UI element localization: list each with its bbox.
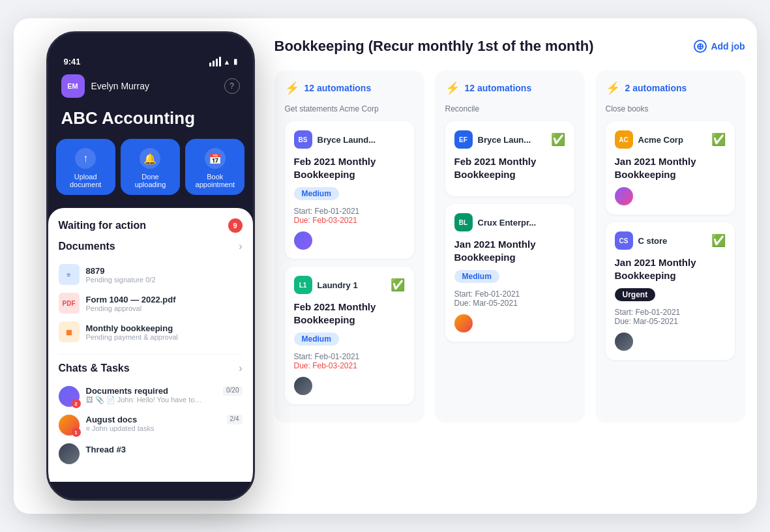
job-badge-1: Medium — [294, 187, 339, 200]
job-badge-6: Urgent — [615, 288, 656, 301]
add-job-icon: ⊕ — [694, 40, 707, 53]
automation-icon-2: ⚡ — [445, 81, 460, 95]
job-card-5: AC Acme Corp ✅ Jan 2021 Monthly Bookkeep… — [606, 121, 735, 214]
chat-count-1: 0/20 — [223, 386, 242, 396]
job-card-4: BL Crux Enterpr... Jan 2021 Monthly Book… — [445, 204, 574, 342]
chats-chevron-icon: › — [239, 362, 242, 374]
client-name-1: Bryce Laund... — [318, 135, 405, 145]
waiting-title: Waiting for action — [59, 220, 147, 231]
column-2: ⚡ 12 automations Reconcile EF Bryce Laun… — [435, 70, 585, 422]
job-card-2: L1 Laundry 1 ✅ Feb 2021 Monthly Bookkeep… — [285, 267, 414, 404]
check-icon-5: ✅ — [711, 132, 726, 147]
book-appointment-button[interactable]: 📅 Bookappointment — [185, 139, 244, 195]
battery-icon: ▮ — [233, 57, 237, 66]
done-uploading-button[interactable]: 🔔 Doneuploading — [121, 139, 180, 195]
assignee-row-5 — [615, 187, 726, 205]
doc-name-1: 8879 — [86, 266, 156, 276]
job-start-2: Start: Feb-01-2021 — [294, 352, 405, 361]
assignee-row-2 — [294, 377, 405, 395]
help-button[interactable]: ? — [224, 78, 240, 94]
job-due-2: Due: Feb-03-2021 — [294, 361, 405, 370]
job-badge-2: Medium — [294, 332, 339, 346]
assignee-row-4 — [454, 314, 565, 332]
chat-avatar-1: 2 — [59, 386, 80, 407]
chats-title: Chats & Tasks — [59, 362, 130, 374]
client-row-2: L1 Laundry 1 ✅ — [294, 276, 405, 294]
client-avatar-1: BS — [294, 130, 312, 149]
chat-badge-2: 1 — [72, 428, 81, 437]
automation-icon-1: ⚡ — [285, 81, 299, 95]
chat-badge-1: 2 — [72, 399, 81, 408]
right-section: Bookkeeping (Recur monthly 1st of the mo… — [274, 38, 745, 488]
doc-info-3: Monthly bookkeeping Pending payment & ap… — [86, 323, 178, 341]
chat-title-3: Thread #3 — [86, 445, 126, 454]
col1-automation-count: 12 automations — [304, 83, 372, 93]
assignee-avatar-1 — [294, 231, 312, 250]
documents-section-header[interactable]: Documents › — [59, 241, 243, 252]
chat-item-3[interactable]: Thread #3 — [59, 439, 243, 468]
job-title-5: Jan 2021 Monthly Bookkeeping — [615, 155, 726, 181]
col2-header: ⚡ 12 automations — [445, 81, 574, 95]
section-divider — [59, 354, 243, 355]
client-row-5: AC Acme Corp ✅ — [615, 130, 726, 149]
check-icon-2: ✅ — [391, 278, 405, 292]
job-card-6: CS C store ✅ Jan 2021 Monthly Bookkeepin… — [606, 222, 735, 360]
book-label: Bookappointment — [196, 173, 235, 188]
doc-info-2: Form 1040 — 2022.pdf Pending approval — [86, 295, 176, 312]
doc-item-8879[interactable]: ≡ 8879 Pending signature 0/2 — [59, 260, 243, 289]
kanban-columns: ⚡ 12 automations Get statements Acme Cor… — [274, 70, 745, 422]
chat-title-1: Documents required — [86, 386, 168, 396]
job-start-4: Start: Feb-01-2021 — [454, 289, 565, 299]
job-badge-4: Medium — [454, 270, 499, 283]
status-icons: ▲ ▮ — [209, 57, 237, 66]
wifi-icon: ▲ — [224, 58, 231, 66]
assignee-row-1 — [294, 231, 405, 250]
doc-sub-2: Pending approval — [86, 304, 176, 312]
documents-title: Documents — [59, 241, 115, 252]
upload-document-button[interactable]: ↑ Uploaddocument — [56, 139, 115, 195]
col1-header: ⚡ 12 automations — [285, 81, 414, 95]
phone-content-area: Waiting for action 9 Documents › ≡ 8879 … — [48, 208, 253, 482]
chat-info-2: August docs 2/4 ≡ John updated tasks — [86, 415, 243, 432]
client-name-6: C store — [638, 236, 711, 246]
phone-device: 9:41 ▲ ▮ EM Evelyn Murray ? ABC Acc — [46, 31, 255, 501]
chat-avatar-2: 1 — [59, 415, 80, 436]
doc-name-3: Monthly bookkeeping — [86, 323, 178, 333]
doc-name-2: Form 1040 — 2022.pdf — [86, 295, 176, 304]
chat-item-1[interactable]: 2 Documents required 0/20 🖼 📎 📄 John: He… — [59, 382, 243, 411]
doc-icon-1: ≡ — [59, 264, 80, 285]
upload-label: Uploaddocument — [70, 173, 101, 188]
page-header: Bookkeeping (Recur monthly 1st of the mo… — [274, 38, 745, 55]
chat-info-3: Thread #3 — [86, 443, 243, 455]
assignee-row-6 — [615, 332, 726, 351]
client-info-4: BL Crux Enterpr... — [454, 213, 565, 231]
client-info-3: EF Bryce Laun... — [454, 130, 551, 149]
job-start-6: Start: Feb-01-2021 — [615, 308, 726, 317]
client-row-1: BS Bryce Laund... — [294, 130, 405, 149]
client-info-6: CS C store — [615, 231, 711, 250]
assignee-avatar-4 — [454, 314, 473, 332]
phone-mockup: 9:41 ▲ ▮ EM Evelyn Murray ? ABC Acc — [46, 31, 255, 501]
col3-header: ⚡ 2 automations — [606, 81, 735, 95]
book-icon: 📅 — [205, 148, 226, 169]
col2-automation-count: 12 automations — [465, 83, 532, 93]
waiting-badge: 9 — [228, 218, 243, 233]
chat-item-2[interactable]: 1 August docs 2/4 ≡ John updated tasks — [59, 411, 243, 439]
job-due-6: Due: Mar-05-2021 — [615, 317, 726, 326]
doc-item-form[interactable]: PDF Form 1040 — 2022.pdf Pending approva… — [59, 289, 243, 318]
company-name: ABC Accounting — [48, 108, 253, 139]
assignee-avatar-6 — [615, 332, 633, 351]
job-card-3: EF Bryce Laun... ✅ Feb 2021 Monthly Book… — [445, 121, 574, 196]
column-1: ⚡ 12 automations Get statements Acme Cor… — [274, 70, 424, 422]
add-job-button[interactable]: ⊕ Add job — [694, 40, 745, 53]
client-info-1: BS Bryce Laund... — [294, 130, 405, 149]
client-row-3: EF Bryce Laun... ✅ — [454, 130, 565, 149]
client-info-5: AC Acme Corp — [615, 130, 711, 149]
col3-automation-count: 2 automations — [625, 83, 687, 93]
automation-icon-3: ⚡ — [606, 81, 620, 95]
waiting-section-header: Waiting for action 9 — [59, 218, 243, 233]
doc-item-monthly[interactable]: ▦ Monthly bookkeeping Pending payment & … — [59, 318, 243, 346]
chats-section-header[interactable]: Chats & Tasks › — [59, 362, 243, 374]
client-name-5: Acme Corp — [638, 135, 711, 145]
assignee-avatar-2 — [294, 377, 312, 395]
